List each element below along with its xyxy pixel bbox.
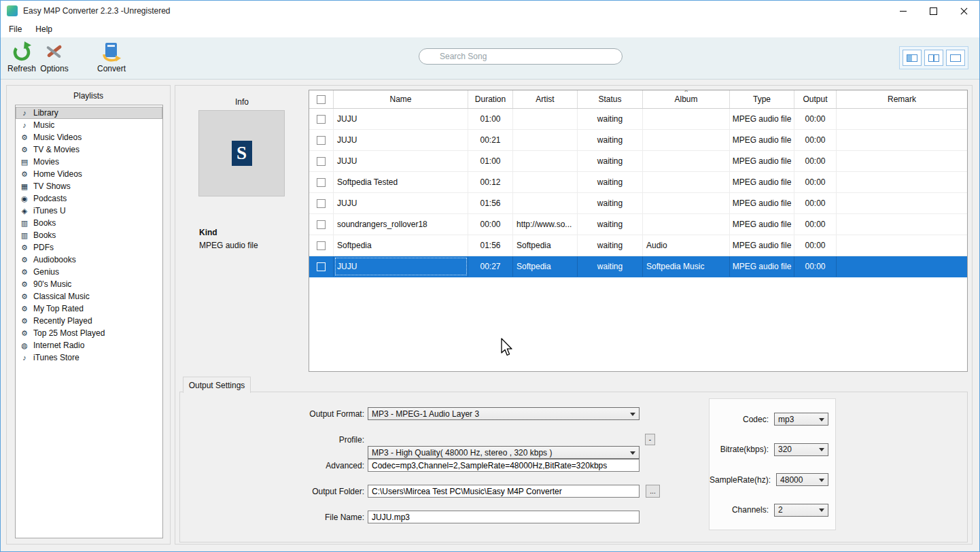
column-header-duration[interactable]: Duration [468, 90, 513, 108]
cell-status: waiting [578, 256, 643, 277]
playlist-label: Internet Radio [33, 341, 84, 350]
cell-type: MPEG audio file [730, 151, 794, 171]
codec-setting-select[interactable]: 48000 [776, 473, 828, 486]
playlist-item[interactable]: ⚙ Music Videos [16, 131, 162, 143]
cell-album [643, 151, 730, 171]
playlist-item[interactable]: ♪ iTunes Store [16, 351, 162, 364]
playlist-item[interactable]: ♪ Music [16, 119, 162, 131]
playlist-item[interactable]: ⚙ 90's Music [16, 278, 162, 290]
column-header-type[interactable]: Type [730, 90, 794, 108]
convert-label: Convert [97, 64, 126, 73]
playlist-item[interactable]: ⚙ Top 25 Most Played [16, 327, 162, 339]
table-row[interactable]: JUJU 01:00 waiting MPEG audio file 00:00 [309, 109, 967, 130]
codec-setting-select[interactable]: 320 [774, 443, 828, 456]
table-row[interactable]: JUJU 01:56 waiting MPEG audio file 00:00 [309, 193, 967, 214]
column-header-name[interactable]: Name [334, 90, 468, 108]
table-header: Name Duration Artist Status ^ Album Type… [309, 90, 967, 109]
codec-setting-select[interactable]: 2 [774, 504, 828, 517]
cell-album [643, 193, 730, 213]
playlist-item[interactable]: ⚙ Audiobooks [16, 254, 162, 266]
playlist-item[interactable]: ◍ Internet Radio [16, 339, 162, 351]
cell-output: 00:00 [794, 109, 837, 129]
cell-remark [837, 172, 967, 192]
close-button[interactable] [949, 1, 979, 21]
playlist-icon: ▤ [20, 156, 29, 168]
playlist-item[interactable]: ◈ iTunes U [16, 205, 162, 217]
table-row[interactable]: soundrangers_rollover18 00:00 http://www… [309, 214, 967, 235]
playlist-label: TV & Movies [33, 145, 80, 154]
table-row[interactable]: JUJU 00:27 Softpedia waiting Softpedia M… [309, 256, 967, 277]
menu-help[interactable]: Help [29, 22, 59, 36]
playlist-item[interactable]: ♪ Library [16, 107, 162, 119]
column-header-album[interactable]: ^ Album [643, 90, 730, 108]
playlist-icon: ⚙ [20, 168, 29, 180]
single-pane-icon [950, 54, 961, 62]
playlist-item[interactable]: ⚙ My Top Rated [16, 303, 162, 315]
song-table: Name Duration Artist Status ^ Album Type… [309, 90, 968, 372]
refresh-icon [12, 41, 32, 62]
column-header-output[interactable]: Output [794, 90, 837, 108]
row-checkbox[interactable] [317, 199, 326, 208]
playlist-item[interactable]: ⚙ Recently Played [16, 315, 162, 327]
playlist-item[interactable]: ⚙ Home Videos [16, 168, 162, 180]
playlist-item[interactable]: ▦ TV Shows [16, 180, 162, 192]
table-row[interactable]: JUJU 00:21 waiting MPEG audio file 00:00 [309, 130, 967, 151]
playlist-icon: ▦ [20, 180, 29, 192]
search-input[interactable] [419, 48, 623, 65]
row-checkbox[interactable] [317, 136, 326, 145]
codec-setting-select[interactable]: mp3 [774, 413, 828, 426]
select-all-checkbox[interactable] [317, 95, 326, 104]
cell-album [643, 109, 730, 129]
profile-edit-button[interactable]: - [645, 434, 655, 445]
playlist-label: Audiobooks [33, 255, 76, 264]
browse-folder-button[interactable]: ... [646, 485, 660, 498]
cell-duration: 00:12 [468, 172, 513, 192]
layout-button-split-filled[interactable] [903, 50, 922, 66]
playlist-item[interactable]: ◉ Podcasts [16, 192, 162, 205]
output-format-select[interactable]: MP3 - MPEG-1 Audio Layer 3 [368, 407, 640, 420]
cell-artist: Softpedia [513, 235, 578, 256]
output-folder-input[interactable] [368, 485, 640, 498]
row-checkbox[interactable] [317, 157, 326, 166]
options-label: Options [40, 64, 68, 73]
cell-remark [837, 109, 967, 129]
options-button[interactable]: Options [35, 41, 74, 73]
playlists-title: Playlists [7, 91, 170, 101]
column-header-remark[interactable]: Remark [837, 90, 967, 108]
row-checkbox[interactable] [317, 220, 326, 229]
row-checkbox[interactable] [317, 262, 326, 271]
playlist-item[interactable]: ⚙ PDFs [16, 241, 162, 254]
cell-album: Audio [643, 235, 730, 256]
playlist-icon: ⚙ [20, 254, 29, 266]
playlist-label: Library [33, 108, 58, 118]
table-row[interactable]: Softpedia 01:56 Softpedia waiting Audio … [309, 235, 967, 256]
row-checkbox[interactable] [317, 241, 326, 250]
row-checkbox[interactable] [317, 178, 326, 187]
file-name-input[interactable] [368, 511, 640, 523]
column-header-artist[interactable]: Artist [513, 90, 578, 108]
playlist-item[interactable]: ▥ Books [16, 217, 162, 229]
layout-button-single[interactable] [946, 50, 965, 66]
profile-select[interactable]: MP3 - High Quality( 48000 Hz, stereo , 3… [368, 446, 640, 459]
layout-button-split[interactable] [924, 50, 943, 66]
table-row[interactable]: JUJU 01:00 waiting MPEG audio file 00:00 [309, 151, 967, 172]
playlist-item[interactable]: ▤ Movies [16, 156, 162, 168]
tab-output-settings[interactable]: Output Settings [183, 377, 251, 393]
row-checkbox-cell [309, 130, 334, 150]
menu-file[interactable]: File [2, 22, 29, 36]
playlist-item[interactable]: ⚙ TV & Movies [16, 143, 162, 156]
playlist-item[interactable]: ⚙ Genius [16, 266, 162, 278]
codec-setting-value: 48000 [780, 475, 803, 485]
table-row[interactable]: Softpedia Tested 00:12 waiting MPEG audi… [309, 172, 967, 193]
maximize-button[interactable] [918, 1, 949, 21]
playlist-label: Top 25 Most Played [33, 328, 105, 338]
minimize-button[interactable] [888, 1, 918, 21]
sort-ascending-icon: ^ [684, 90, 687, 95]
cell-name: Softpedia Tested [334, 172, 468, 192]
column-header-status[interactable]: Status [578, 90, 643, 108]
row-checkbox[interactable] [317, 115, 326, 124]
advanced-input[interactable] [368, 459, 640, 472]
playlist-item[interactable]: ⚙ Classical Music [16, 290, 162, 303]
convert-button[interactable]: Convert [92, 41, 131, 73]
playlist-item[interactable]: ▥ Books [16, 229, 162, 241]
